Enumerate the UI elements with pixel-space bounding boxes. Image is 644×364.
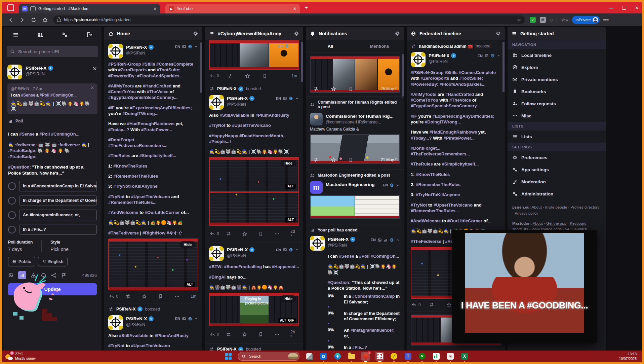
timestamp[interactable]: 1m (191, 294, 196, 299)
post[interactable]: EN PSiReN-X @PSiReN #BTW: #SomeFootballi… (205, 243, 303, 343)
tab-getting-started[interactable]: m Getting started - #Mastodon ✕ (19, 4, 160, 13)
taskbar-search[interactable] (238, 352, 299, 361)
alt-badge[interactable]: ALT (285, 217, 296, 222)
tab-close-icon[interactable]: ✕ (153, 6, 157, 11)
logout-icon[interactable] (86, 32, 92, 38)
nav-item[interactable]: Misc (508, 110, 606, 122)
notification-post[interactable]: EN Mastodon Engineering (306, 178, 404, 224)
timestamp[interactable]: 21 May * (381, 157, 397, 162)
poll-style-value[interactable]: Pick one (50, 247, 69, 252)
taskbar-xbox-icon[interactable]: ✕ (418, 352, 427, 361)
poll-option-input[interactable]: In charge of the Department of Governmen… (19, 195, 97, 206)
taskbar-widgets-icon[interactable] (305, 352, 314, 361)
media-attachment[interactable] (310, 195, 400, 219)
browser-menu-icon[interactable]: ••• (603, 17, 609, 23)
taskbar-snipping-tool-icon[interactable] (375, 352, 384, 361)
media-attachment[interactable]: Playing in picture-picture Hide ALTGIF (209, 293, 299, 326)
refresh-button[interactable] (31, 17, 36, 23)
close-icon[interactable] (92, 66, 97, 71)
reply-button[interactable]: 0 (210, 73, 227, 79)
inprivate-badge[interactable]: InPrivate (572, 16, 600, 24)
poll-post[interactable]: EN PSiReN-X @PSiReN I can #Sense a #Poll… (306, 232, 404, 351)
gear-icon[interactable] (495, 31, 501, 36)
footer-link[interactable]: About (533, 221, 543, 225)
gear-icon[interactable] (193, 31, 198, 36)
extension-m-icon[interactable]: M (540, 17, 546, 23)
tab-close-icon[interactable]: ✕ (293, 6, 296, 11)
nav-item[interactable]: Moderation (508, 176, 606, 188)
forward-button[interactable] (19, 17, 25, 23)
media-attachment[interactable]: 21 May * (310, 134, 400, 164)
gear-icon[interactable] (395, 31, 400, 36)
nav-item[interactable]: Explore (508, 61, 606, 73)
footer-link[interactable]: Profiles directory (570, 205, 599, 209)
hide-media-button[interactable]: Hide (280, 295, 296, 302)
post[interactable]: EN PSiReN-X @PSiReN Also #StillAvailable… (205, 92, 303, 243)
boost-button[interactable] (226, 332, 242, 337)
poll-result[interactable]: 0%In a #ConcentrationCamp in El Salvador… (328, 294, 400, 307)
reply-button[interactable]: 0 (411, 302, 429, 307)
taskbar-teams-icon[interactable]: T (404, 352, 412, 361)
boost-button[interactable] (313, 86, 331, 92)
search-bar[interactable] (7, 46, 98, 57)
favorites-bar-icon[interactable]: ☆≡ (561, 17, 568, 23)
minimize-button[interactable]: — (609, 5, 613, 10)
avatar[interactable] (310, 113, 323, 125)
poll-duration-value[interactable]: 7 days (8, 247, 33, 252)
radio-icon[interactable] (8, 197, 16, 205)
post[interactable]: EN PSiReN-X @PSiReN Also #StillAvailable… (104, 312, 202, 351)
alt-badge[interactable]: ALT (185, 282, 195, 287)
media-attachment[interactable]: Hide ALT (108, 239, 198, 290)
boost-button[interactable] (125, 294, 142, 299)
gear-icon[interactable] (294, 31, 299, 36)
chevron-up-icon[interactable] (295, 248, 299, 252)
pip-video-frame[interactable] (465, 233, 584, 333)
favorite-star-icon[interactable]: ☆ (517, 17, 521, 23)
footer-link[interactable]: Get the app (546, 221, 566, 225)
notification-post[interactable]: 25 May * (306, 52, 404, 97)
star-button[interactable] (242, 332, 258, 337)
timestamp[interactable]: 25 May * (381, 86, 397, 91)
hide-media-button[interactable]: Hide (179, 241, 196, 248)
star-button[interactable] (245, 73, 262, 79)
timestamp[interactable]: 2h * (290, 330, 297, 339)
bookmark-button[interactable] (348, 86, 366, 92)
url-text[interactable]: https://psiren.eu/deck/getting-started (64, 17, 130, 22)
taskbar-stocks-icon[interactable] (432, 352, 441, 361)
taskbar-outlook-icon[interactable]: O (319, 352, 328, 361)
post[interactable]: EN PSiReN-X @PSiReN #PSiReN-Group #Still… (104, 40, 202, 303)
gears-icon[interactable] (62, 32, 68, 38)
avatar[interactable] (310, 236, 325, 251)
boost-button[interactable] (429, 302, 446, 307)
post-partial[interactable]: EN 0 1m (205, 40, 303, 83)
poll-result[interactable]: 0%In a #Pie...? (328, 345, 400, 351)
nav-item[interactable]: Follow requests (508, 98, 606, 110)
compose-textarea[interactable]: I can #Sense a #Poll #ComingOn...🧙 :fedi… (3, 127, 102, 181)
taskbar-office-icon[interactable]: ✳ (446, 352, 455, 361)
media-attachment[interactable]: EN (209, 40, 299, 70)
media-attachment[interactable]: 25 May * (310, 56, 400, 93)
new-tab-button[interactable]: + (305, 4, 308, 11)
footer-link[interactable]: About (532, 205, 542, 209)
chevron-down-icon[interactable] (396, 183, 400, 187)
boost-button[interactable] (226, 231, 242, 236)
poll-option-input[interactable]: An #InstagramInfluencer; or, (19, 210, 97, 220)
bookmark-button[interactable] (158, 294, 174, 299)
poll-result[interactable]: 0%In charge of the Department of Governm… (328, 311, 400, 325)
avatar[interactable] (411, 52, 426, 67)
taskbar-clock[interactable]: 13:13 10/07/2025 (619, 352, 637, 361)
extension-cookie-icon[interactable]: ◌ (550, 17, 553, 23)
bookmark-button[interactable] (258, 332, 274, 337)
avatar[interactable] (209, 95, 224, 110)
poll-result[interactable]: 0%An #InstagramInfluencer; or, (328, 328, 400, 341)
pip-video-overlay[interactable]: I HAVE BEEN A #GOODBING... (452, 230, 597, 343)
nav-item[interactable]: Private mentions (508, 73, 606, 85)
close-button[interactable]: ✕ (635, 5, 639, 10)
reply-button[interactable]: 0 (210, 231, 226, 236)
timestamp[interactable]: 1m (291, 74, 297, 78)
footer-link[interactable]: Privacy policy (515, 211, 538, 215)
poll-option-input[interactable]: In a #Pie...? (19, 224, 97, 235)
extension-check-icon[interactable]: ✓ (530, 17, 536, 23)
star-button[interactable] (331, 86, 348, 92)
search-highlight-thumbnail[interactable] (288, 353, 298, 359)
